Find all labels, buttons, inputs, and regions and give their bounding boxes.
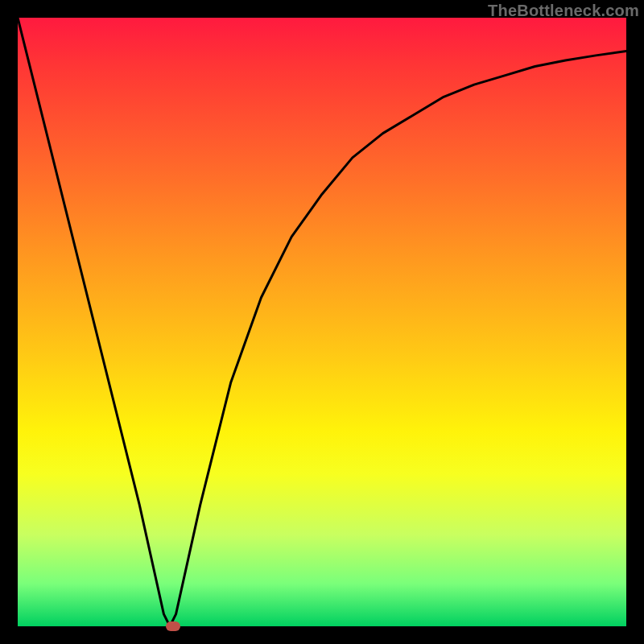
plot-outer	[18, 18, 626, 626]
bottleneck-curve	[18, 18, 626, 626]
chart-frame: TheBottleneck.com	[0, 0, 644, 644]
watermark-text: TheBottleneck.com	[488, 2, 639, 20]
optimal-point-marker	[166, 621, 180, 631]
